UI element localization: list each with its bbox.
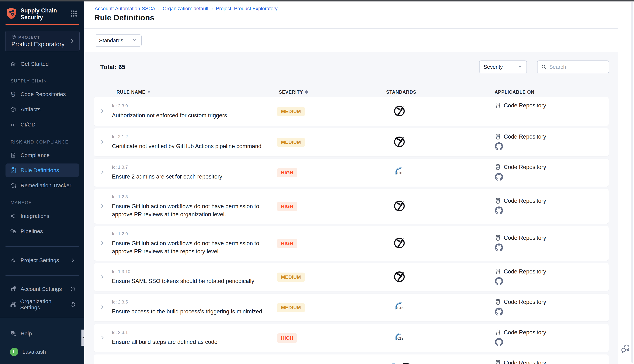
github-icon	[495, 206, 503, 215]
expand-row-icon[interactable]	[99, 335, 105, 341]
chevron-separator: ›	[158, 6, 160, 12]
standards-icons: CIS	[349, 362, 450, 364]
rule-name: Ensure GitHub action workflows do not ha…	[112, 239, 268, 256]
sidebar-item-remediation-tracker[interactable]: Remediation Tracker	[6, 180, 79, 192]
expand-row-icon[interactable]	[99, 139, 105, 145]
table-row[interactable]: Id: 1.2.8Ensure GitHub action workflows …	[94, 189, 609, 224]
code-repository-icon: </>	[495, 360, 501, 364]
rule-id: Id: 2.3.1	[112, 330, 275, 335]
code-bucket-icon: </>	[10, 91, 17, 97]
applicable-on-label: Code Repository	[504, 268, 546, 275]
code-repository-icon: </>	[495, 299, 501, 305]
owasp-standard-icon	[394, 200, 405, 212]
github-icon	[495, 244, 503, 252]
rule-name: Ensure all build steps are defined as co…	[112, 338, 268, 346]
svg-text:</>: </>	[12, 94, 14, 95]
sidebar: Supply ChainSecurity PROJECT Product Exp…	[0, 2, 84, 364]
sidebar-item-code-repositories[interactable]: </>Code Repositories	[6, 88, 79, 100]
table-row[interactable]: Id: 1.3.10Ensure SAML SSO tokens should …	[94, 263, 609, 291]
table-row[interactable]: Id: 1.1.9 HIGH CIS </>Code Repository	[94, 354, 609, 364]
standards-filter-dropdown[interactable]: Standards	[95, 34, 142, 46]
rule-name: Ensure GitHub action workflows do not ha…	[112, 202, 268, 218]
table-row[interactable]: Id: 1.2.9Ensure GitHub action workflows …	[94, 226, 609, 261]
rule-id: Id: 1.3.10	[112, 269, 275, 274]
expand-row-icon[interactable]	[99, 108, 105, 114]
expand-row-icon[interactable]	[99, 240, 105, 246]
chevron-down-icon	[517, 64, 522, 70]
source-icon-slot	[495, 338, 609, 347]
gear-icon	[10, 257, 17, 264]
search-input[interactable]	[549, 64, 605, 70]
owasp-standard-icon	[400, 362, 412, 364]
user-menu[interactable]: LLavakush	[6, 346, 79, 358]
standards-icons	[349, 200, 450, 212]
table-row[interactable]: Id: 2.3.1Ensure all build steps are defi…	[94, 324, 609, 352]
table-row[interactable]: Id: 2.1.2Certificate not verified by Git…	[94, 128, 609, 156]
sidebar-item-help[interactable]: ?Help	[6, 328, 79, 340]
source-icon-slot	[495, 206, 609, 215]
owasp-standard-icon	[394, 136, 405, 148]
owasp-standard-icon	[394, 237, 405, 250]
section-label-manage: MANAGE	[11, 200, 32, 205]
applicable-on-label: Code Repository	[504, 164, 546, 170]
rule-id: Id: 2.1.2	[112, 134, 275, 139]
share-nodes-icon	[10, 213, 17, 219]
github-icon	[495, 173, 503, 182]
breadcrumb-project-link[interactable]: Project: Product Exploratory	[216, 6, 277, 12]
app-switcher-grid-icon[interactable]	[70, 10, 78, 18]
table-row[interactable]: Id: 1.3.7Ensure 2 admins are set for eac…	[94, 159, 609, 186]
project-selector[interactable]: PROJECT Product Exploratory	[5, 31, 80, 51]
info-icon[interactable]	[70, 286, 76, 292]
total-count: Total: 65	[100, 64, 125, 70]
sidebar-item-account-settings[interactable]: Account Settings	[6, 283, 79, 295]
expand-row-icon[interactable]	[99, 170, 105, 176]
info-icon[interactable]	[70, 302, 76, 307]
column-header-severity[interactable]: SEVERITY	[275, 90, 349, 95]
code-repository-icon: </>	[495, 268, 501, 275]
scrollbar[interactable]	[631, 2, 633, 363]
sidebar-item-rule-definitions[interactable]: Rule Definitions	[6, 164, 79, 177]
user-name: Lavakush	[22, 349, 46, 355]
sidebar-item-cicd[interactable]: ∞CI/CD	[6, 118, 79, 131]
standards-icons	[349, 105, 450, 118]
table-row[interactable]: Id: 2.3.5Ensure access to the build proc…	[94, 294, 609, 322]
expand-row-icon[interactable]	[99, 203, 105, 210]
cis-standard-icon: CIS	[394, 332, 405, 344]
sidebar-item-artifacts[interactable]: Artifacts	[6, 103, 79, 116]
project-cube-icon	[11, 34, 16, 40]
header-divider	[84, 28, 618, 28]
code-repository-icon: </>	[495, 164, 501, 170]
section-label-risk-compliance: RISK AND COMPLIANCE	[11, 140, 68, 144]
severity-badge: HIGH	[277, 168, 297, 178]
expand-row-icon[interactable]	[99, 274, 105, 280]
svg-text:</>: </>	[497, 105, 499, 106]
sidebar-item-get-started[interactable]: Get Started	[6, 58, 79, 70]
rule-name: Ensure 2 admins are set for each reposit…	[112, 173, 268, 181]
cis-standard-icon: CIS	[394, 166, 405, 179]
sidebar-item-organization-settings[interactable]: Organization Settings	[6, 298, 79, 310]
search-icon	[541, 64, 547, 70]
rule-name: Certificate not verified by GitHub Actio…	[112, 142, 268, 150]
expand-row-icon[interactable]	[99, 304, 105, 311]
project-label: PROJECT	[18, 35, 40, 40]
column-header-rule-name[interactable]: RULE NAME	[110, 90, 275, 95]
severity-filter-dropdown[interactable]: Severity	[479, 60, 527, 73]
svg-text:CIS: CIS	[397, 306, 403, 310]
breadcrumb-organization-link[interactable]: Organization: default	[163, 6, 208, 12]
severity-badge: HIGH	[277, 334, 297, 343]
sidebar-item-integrations[interactable]: Integrations	[6, 210, 79, 222]
code-repository-icon: </>	[495, 234, 501, 241]
breadcrumb-account-link[interactable]: Account: Automation-SSCA	[95, 6, 155, 12]
rule-name: Ensure access to the build process's tri…	[112, 308, 268, 316]
table-row[interactable]: Id: 2.3.9Authorization not enforced for …	[94, 97, 609, 126]
sidebar-item-pipelines[interactable]: Pipelines	[6, 225, 79, 237]
standards-filter-label: Standards	[99, 38, 123, 44]
applicable-on-label: Code Repository	[504, 360, 546, 364]
harness-code-icon: </>	[495, 111, 504, 120]
sidebar-item-project-settings[interactable]: Project Settings	[6, 254, 79, 266]
support-chat-icon[interactable]	[621, 344, 630, 354]
svg-text:CIS: CIS	[397, 336, 403, 340]
org-chart-gear-icon	[10, 301, 16, 308]
app-logo-shield-icon	[6, 7, 17, 21]
sidebar-item-compliance[interactable]: Compliance	[6, 149, 79, 161]
